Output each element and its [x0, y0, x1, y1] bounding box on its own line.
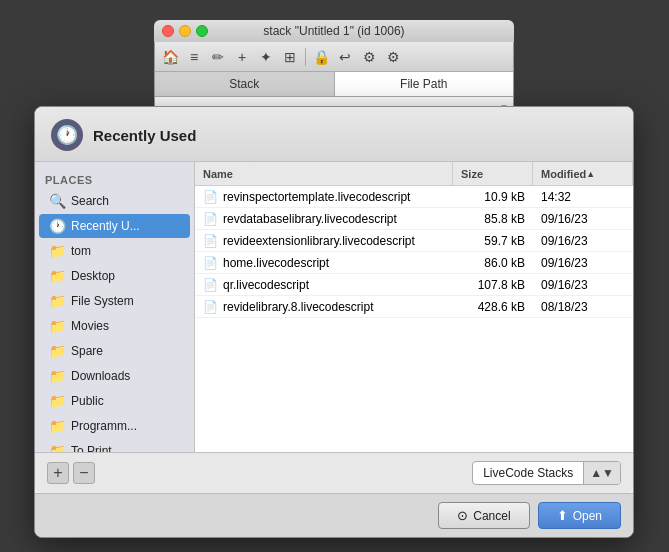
- file-modified-cell: 08/18/23: [533, 300, 633, 314]
- file-name-cell: 📄 revinspectortemplate.livecodescript: [195, 190, 453, 204]
- table-row[interactable]: 📄 qr.livecodescript 107.8 kB 09/16/23: [195, 274, 633, 296]
- file-doc-icon: 📄: [203, 300, 218, 314]
- sidebar-item-filesystem[interactable]: 📁 File System: [39, 289, 190, 313]
- file-name: qr.livecodescript: [223, 278, 309, 292]
- sidebar-item-search[interactable]: 🔍 Search: [39, 189, 190, 213]
- col-header-name[interactable]: Name: [195, 162, 453, 185]
- file-doc-icon: 📄: [203, 256, 218, 270]
- table-row[interactable]: 📄 revdatabaselibrary.livecodescript 85.8…: [195, 208, 633, 230]
- file-modified-cell: 09/16/23: [533, 234, 633, 248]
- traffic-lights: [162, 25, 208, 37]
- stack-tabs: Stack File Path: [155, 72, 513, 97]
- file-size-cell: 85.8 kB: [453, 212, 533, 226]
- toolbar-extra-button[interactable]: ⚙: [382, 46, 404, 68]
- file-doc-icon: 📄: [203, 278, 218, 292]
- sidebar-item-movies[interactable]: 📁 Movies: [39, 314, 190, 338]
- dialog-body: Places 🔍 Search 🕐 Recently U... 📁: [35, 162, 633, 452]
- sidebar-item-spare[interactable]: 📁 Spare: [39, 339, 190, 363]
- file-modified-cell: 09/16/23: [533, 212, 633, 226]
- toolbar-undo-button[interactable]: ↩: [334, 46, 356, 68]
- file-doc-icon: 📄: [203, 234, 218, 248]
- file-name-cell: 📄 revideextensionlibrary.livecodescript: [195, 234, 453, 248]
- file-size-cell: 428.6 kB: [453, 300, 533, 314]
- table-row[interactable]: 📄 revidelibrary.8.livecodescript 428.6 k…: [195, 296, 633, 318]
- cancel-button[interactable]: ⊙ Cancel: [438, 502, 529, 529]
- file-name: revidelibrary.8.livecodescript: [223, 300, 374, 314]
- toolbar-home-button[interactable]: 🏠: [159, 46, 181, 68]
- sidebar-item-programming[interactable]: 📁 Programm...: [39, 414, 190, 438]
- file-modified-cell: 14:32: [533, 190, 633, 204]
- recently-used-dialog: 🕐 Recently Used Places 🔍 Search 🕐: [34, 106, 634, 538]
- clock-icon: 🕐: [56, 124, 78, 146]
- recently-used-icon: 🕐: [51, 119, 83, 151]
- dropdown-arrow-icon[interactable]: ▲▼: [584, 462, 620, 484]
- toolbar-grid-button[interactable]: ⊞: [279, 46, 301, 68]
- file-size-cell: 86.0 kB: [453, 256, 533, 270]
- file-size-cell: 107.8 kB: [453, 278, 533, 292]
- file-type-dropdown[interactable]: LiveCode Stacks ▲▼: [472, 461, 621, 485]
- sidebar-filesystem-label: File System: [71, 294, 134, 308]
- sidebar-item-downloads[interactable]: 📁 Downloads: [39, 364, 190, 388]
- toolbar-settings-button[interactable]: ⚙: [358, 46, 380, 68]
- file-name-cell: 📄 revidelibrary.8.livecodescript: [195, 300, 453, 314]
- file-list-header: Name Size Modified: [195, 162, 633, 186]
- col-header-size[interactable]: Size: [453, 162, 533, 185]
- toolbar: 🏠 ≡ ✏ + ✦ ⊞ 🔒 ↩ ⚙ ⚙: [155, 42, 513, 72]
- folder-icon-movies: 📁: [49, 318, 65, 334]
- sidebar-search-label: Search: [71, 194, 109, 208]
- tab-stack[interactable]: Stack: [155, 72, 335, 96]
- sidebar-item-public[interactable]: 📁 Public: [39, 389, 190, 413]
- toolbar-star-button[interactable]: ✦: [255, 46, 277, 68]
- file-name-cell: 📄 qr.livecodescript: [195, 278, 453, 292]
- sidebar-downloads-label: Downloads: [71, 369, 130, 383]
- add-location-button[interactable]: +: [47, 462, 69, 484]
- remove-location-button[interactable]: −: [73, 462, 95, 484]
- sidebar-spare-label: Spare: [71, 344, 103, 358]
- file-dialog: 🕐 Recently Used Places 🔍 Search 🕐: [34, 100, 634, 538]
- folder-icon-downloads: 📁: [49, 368, 65, 384]
- dialog-footer: + − LiveCode Stacks ▲▼: [35, 452, 633, 493]
- folder-icon-to-print: 📁: [49, 443, 65, 452]
- search-icon: 🔍: [49, 193, 65, 209]
- tab-filepath[interactable]: File Path: [335, 72, 514, 96]
- cancel-label: Cancel: [473, 509, 510, 523]
- footer-left: + −: [47, 462, 95, 484]
- file-size-cell: 59.7 kB: [453, 234, 533, 248]
- dialog-buttons: ⊙ Cancel ⬆ Open: [35, 493, 633, 537]
- minimize-button[interactable]: [179, 25, 191, 37]
- toolbar-menu-button[interactable]: ≡: [183, 46, 205, 68]
- table-row[interactable]: 📄 revideextensionlibrary.livecodescript …: [195, 230, 633, 252]
- folder-icon-programming: 📁: [49, 418, 65, 434]
- footer-right: LiveCode Stacks ▲▼: [472, 461, 621, 485]
- file-name: revdatabaselibrary.livecodescript: [223, 212, 397, 226]
- toolbar-lock-button[interactable]: 🔒: [310, 46, 332, 68]
- folder-icon-public: 📁: [49, 393, 65, 409]
- folder-icon-desktop: 📁: [49, 268, 65, 284]
- sidebar-item-desktop[interactable]: 📁 Desktop: [39, 264, 190, 288]
- table-row[interactable]: 📄 revinspectortemplate.livecodescript 10…: [195, 186, 633, 208]
- open-button[interactable]: ⬆ Open: [538, 502, 621, 529]
- file-name: revideextensionlibrary.livecodescript: [223, 234, 415, 248]
- toolbar-separator: [305, 48, 306, 66]
- file-list: 📄 revinspectortemplate.livecodescript 10…: [195, 186, 633, 452]
- maximize-button[interactable]: [196, 25, 208, 37]
- recent-icon: 🕐: [49, 218, 65, 234]
- table-row[interactable]: 📄 home.livecodescript 86.0 kB 09/16/23: [195, 252, 633, 274]
- sidebar-tom-label: tom: [71, 244, 91, 258]
- file-modified-cell: 09/16/23: [533, 256, 633, 270]
- file-size-cell: 10.9 kB: [453, 190, 533, 204]
- close-button[interactable]: [162, 25, 174, 37]
- toolbar-edit-button[interactable]: ✏: [207, 46, 229, 68]
- sidebar-item-tom[interactable]: 📁 tom: [39, 239, 190, 263]
- sidebar-public-label: Public: [71, 394, 104, 408]
- sidebar-programming-label: Programm...: [71, 419, 137, 433]
- sidebar-to-print-label: To Print: [71, 444, 112, 452]
- col-header-modified[interactable]: Modified: [533, 162, 633, 185]
- file-modified-cell: 09/16/23: [533, 278, 633, 292]
- sidebar-item-to-print[interactable]: 📁 To Print: [39, 439, 190, 452]
- window-title: stack "Untitled 1" (id 1006): [263, 24, 404, 38]
- file-doc-icon: 📄: [203, 190, 218, 204]
- sidebar-desktop-label: Desktop: [71, 269, 115, 283]
- toolbar-add-button[interactable]: +: [231, 46, 253, 68]
- sidebar-item-recently-used[interactable]: 🕐 Recently U...: [39, 214, 190, 238]
